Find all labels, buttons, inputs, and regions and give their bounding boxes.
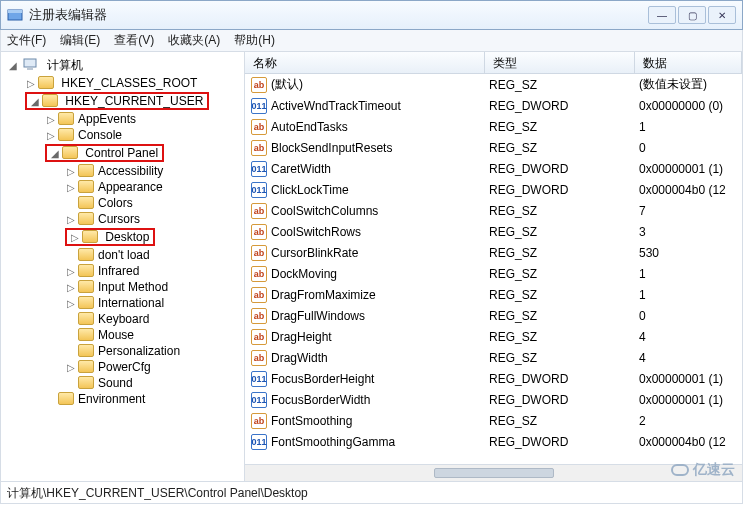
tree-key-sound[interactable]: Sound (1, 375, 244, 391)
expand-icon[interactable]: ▷ (69, 233, 80, 244)
tree-key-appearance[interactable]: ▷Appearance (1, 179, 244, 195)
tree-key-mouse[interactable]: Mouse (1, 327, 244, 343)
column-headers[interactable]: 名称 类型 数据 (245, 52, 742, 74)
value-row[interactable]: 011FocusBorderWidthREG_DWORD0x00000001 (… (245, 389, 742, 410)
menu-view[interactable]: 查看(V) (114, 32, 154, 49)
value-row[interactable]: abDragFromMaximizeREG_SZ1 (245, 284, 742, 305)
value-row[interactable]: 011FontSmoothingGammaREG_DWORD0x000004b0… (245, 431, 742, 452)
expand-icon[interactable] (65, 379, 76, 390)
tree-key-colors[interactable]: Colors (1, 195, 244, 211)
expand-icon[interactable] (65, 251, 76, 262)
expand-icon[interactable]: ▷ (65, 363, 76, 374)
value-row[interactable]: abBlockSendInputResetsREG_SZ0 (245, 137, 742, 158)
folder-icon (58, 128, 74, 141)
menu-help[interactable]: 帮助(H) (234, 32, 275, 49)
tree-key-powercfg[interactable]: ▷PowerCfg (1, 359, 244, 375)
value-list[interactable]: 名称 类型 数据 ab(默认)REG_SZ(数值未设置)011ActiveWnd… (245, 52, 742, 481)
value-type: REG_DWORD (489, 393, 639, 407)
scrollbar-thumb[interactable] (434, 468, 554, 478)
horizontal-scrollbar[interactable] (245, 464, 742, 481)
value-row[interactable]: 011CaretWidthREG_DWORD0x00000001 (1) (245, 158, 742, 179)
expand-icon[interactable]: ▷ (45, 131, 56, 142)
value-row[interactable]: 011ActiveWndTrackTimeoutREG_DWORD0x00000… (245, 95, 742, 116)
value-row[interactable]: abCursorBlinkRateREG_SZ530 (245, 242, 742, 263)
menu-favorites[interactable]: 收藏夹(A) (168, 32, 220, 49)
value-name: CursorBlinkRate (271, 246, 489, 260)
value-row[interactable]: abDragWidthREG_SZ4 (245, 347, 742, 368)
svg-rect-2 (24, 59, 36, 67)
string-value-icon: ab (251, 203, 267, 219)
tree-hive-hkcr[interactable]: ▷ HKEY_CLASSES_ROOT (1, 75, 244, 91)
value-row[interactable]: abDockMovingREG_SZ1 (245, 263, 742, 284)
tree-key-console[interactable]: ▷Console (1, 127, 244, 143)
value-data: 1 (639, 120, 742, 134)
value-row[interactable]: 011ClickLockTimeREG_DWORD0x000004b0 (12 (245, 179, 742, 200)
tree-key-desktop[interactable]: ▷ Desktop (1, 227, 244, 247)
col-data[interactable]: 数据 (635, 52, 742, 73)
menu-edit[interactable]: 编辑(E) (60, 32, 100, 49)
expand-icon[interactable]: ▷ (65, 283, 76, 294)
value-name: FocusBorderHeight (271, 372, 489, 386)
expand-icon[interactable] (45, 395, 56, 406)
maximize-button[interactable]: ▢ (678, 6, 706, 24)
expand-icon[interactable]: ▷ (65, 167, 76, 178)
tree-hive-hkcu[interactable]: ◢ HKEY_CURRENT_USER (1, 91, 244, 111)
tree-key-controlpanel[interactable]: ◢ Control Panel (1, 143, 244, 163)
folder-icon (38, 76, 54, 89)
tree-key-international[interactable]: ▷International (1, 295, 244, 311)
string-value-icon: ab (251, 308, 267, 324)
expand-icon[interactable] (65, 331, 76, 342)
tree-root[interactable]: ◢ 计算机 (1, 56, 244, 75)
expand-icon[interactable]: ▷ (45, 115, 56, 126)
value-row[interactable]: abFontSmoothingREG_SZ2 (245, 410, 742, 431)
tree-key-keyboard[interactable]: Keyboard (1, 311, 244, 327)
col-name[interactable]: 名称 (245, 52, 485, 73)
expand-icon[interactable]: ▷ (65, 215, 76, 226)
expand-icon[interactable]: ▷ (65, 267, 76, 278)
value-name: DragFromMaximize (271, 288, 489, 302)
expand-icon[interactable] (65, 315, 76, 326)
expand-icon[interactable] (65, 347, 76, 358)
string-value-icon: ab (251, 245, 267, 261)
expand-icon[interactable]: ◢ (29, 97, 40, 108)
value-type: REG_SZ (489, 330, 639, 344)
value-row[interactable]: abCoolSwitchRowsREG_SZ3 (245, 221, 742, 242)
col-type[interactable]: 类型 (485, 52, 635, 73)
expand-icon[interactable]: ▷ (65, 183, 76, 194)
value-row[interactable]: abDragFullWindowsREG_SZ0 (245, 305, 742, 326)
expand-icon[interactable] (65, 199, 76, 210)
window-title: 注册表编辑器 (29, 6, 107, 24)
tree-key-appevents[interactable]: ▷AppEvents (1, 111, 244, 127)
value-name: CaretWidth (271, 162, 489, 176)
tree-key-inputmethod[interactable]: ▷Input Method (1, 279, 244, 295)
expand-icon[interactable]: ◢ (7, 61, 18, 72)
string-value-icon: ab (251, 119, 267, 135)
expand-icon[interactable]: ◢ (49, 149, 60, 160)
tree-key-infrared[interactable]: ▷Infrared (1, 263, 244, 279)
tree-label: Mouse (98, 328, 134, 342)
menu-bar: 文件(F) 编辑(E) 查看(V) 收藏夹(A) 帮助(H) (0, 30, 743, 52)
tree-key-personalization[interactable]: Personalization (1, 343, 244, 359)
close-button[interactable]: ✕ (708, 6, 736, 24)
value-row[interactable]: ab(默认)REG_SZ(数值未设置) (245, 74, 742, 95)
menu-file[interactable]: 文件(F) (7, 32, 46, 49)
binary-value-icon: 011 (251, 161, 267, 177)
value-name: AutoEndTasks (271, 120, 489, 134)
value-data: (数值未设置) (639, 76, 742, 93)
value-row[interactable]: 011FocusBorderHeightREG_DWORD0x00000001 … (245, 368, 742, 389)
value-rows: ab(默认)REG_SZ(数值未设置)011ActiveWndTrackTime… (245, 74, 742, 456)
expand-icon[interactable]: ▷ (25, 79, 36, 90)
tree-key-accessibility[interactable]: ▷Accessibility (1, 163, 244, 179)
value-row[interactable]: abAutoEndTasksREG_SZ1 (245, 116, 742, 137)
binary-value-icon: 011 (251, 434, 267, 450)
tree-key-environment[interactable]: Environment (1, 391, 244, 407)
tree-key-cursors[interactable]: ▷Cursors (1, 211, 244, 227)
value-row[interactable]: abCoolSwitchColumnsREG_SZ7 (245, 200, 742, 221)
folder-icon (78, 248, 94, 261)
minimize-button[interactable]: — (648, 6, 676, 24)
registry-tree[interactable]: ◢ 计算机 ▷ HKEY_CLASSES_ROOT ◢ HKEY_CURRENT… (1, 52, 245, 481)
tree-key-dontload[interactable]: don't load (1, 247, 244, 263)
value-data: 4 (639, 351, 742, 365)
value-row[interactable]: abDragHeightREG_SZ4 (245, 326, 742, 347)
expand-icon[interactable]: ▷ (65, 299, 76, 310)
